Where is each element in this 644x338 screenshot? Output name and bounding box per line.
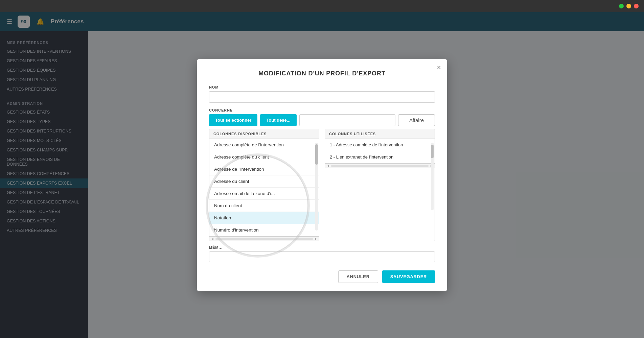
- col-item-7[interactable]: Numéro d'intervention: [209, 224, 319, 236]
- modal-title: MODIFICATION D'UN PROFIL D'EXPORT: [209, 70, 435, 77]
- used-columns-panel: COLONNES UTILISÉES 1 - Adresse complète …: [325, 129, 435, 241]
- used-columns-list: 1 - Adresse complète de l'intervention 2…: [325, 139, 435, 163]
- hscrollbar: ◄ ►: [209, 236, 319, 241]
- col-item-3[interactable]: Adresse du client: [209, 175, 319, 188]
- memo-label: Mém...: [209, 245, 435, 249]
- col-item-4[interactable]: Adresse email de la zone d'i...: [209, 188, 319, 200]
- annuler-button[interactable]: ANNULER: [338, 270, 378, 283]
- available-columns-list: Adresse complète de l'intervention Adres…: [209, 139, 319, 236]
- col-item-2[interactable]: Adresse de l'intervention: [209, 163, 319, 175]
- nom-input[interactable]: [209, 91, 435, 103]
- concerne-label: CONCERNE: [209, 108, 435, 112]
- modal-close-button[interactable]: ×: [437, 64, 441, 71]
- scrollbar-track: [315, 143, 318, 231]
- used-col-item-1[interactable]: 2 - Lien extranet de l'intervention: [325, 151, 435, 163]
- used-col-item-0[interactable]: 1 - Adresse complète de l'intervention: [325, 139, 435, 151]
- used-columns-header: COLONNES UTILISÉES: [325, 129, 435, 139]
- btn-row: Tout sélectionner Tout dése... Affaire: [209, 114, 435, 126]
- used-scrollbar-thumb[interactable]: [431, 145, 434, 158]
- used-scrollbar-track: [431, 143, 434, 210]
- columns-section: COLONNES DISPONIBLES Adresse complète de…: [209, 129, 435, 241]
- minimize-btn[interactable]: [626, 4, 631, 8]
- concerne-input[interactable]: [299, 114, 395, 126]
- close-btn[interactable]: [634, 4, 639, 8]
- nom-label: NOM: [209, 85, 435, 89]
- deselect-all-button[interactable]: Tout dése...: [260, 114, 296, 126]
- modal-overlay: × MODIFICATION D'UN PROFIL D'EXPORT NOM …: [0, 12, 644, 338]
- col-item-0[interactable]: Adresse complète de l'intervention: [209, 139, 319, 151]
- used-hscrollbar: ◄ ►: [325, 163, 435, 168]
- select-all-button[interactable]: Tout sélectionner: [209, 114, 257, 126]
- title-bar: [0, 0, 644, 12]
- available-columns-panel: COLONNES DISPONIBLES Adresse complète de…: [209, 129, 319, 241]
- maximize-btn[interactable]: [619, 4, 624, 8]
- col-item-5[interactable]: Nom du client: [209, 200, 319, 212]
- sauvegarder-button[interactable]: SAUVEGARDER: [382, 270, 435, 283]
- memo-section: Mém...: [209, 245, 435, 262]
- modal-dialog: × MODIFICATION D'UN PROFIL D'EXPORT NOM …: [197, 59, 447, 291]
- affaire-button[interactable]: Affaire: [398, 114, 435, 126]
- memo-input[interactable]: [209, 251, 435, 262]
- col-item-1[interactable]: Adresse complète du client: [209, 151, 319, 163]
- modal-footer: ANNULER SAUVEGARDER: [209, 270, 435, 283]
- col-item-6[interactable]: Notation: [209, 212, 319, 224]
- scrollbar-thumb[interactable]: [315, 144, 318, 165]
- available-columns-header: COLONNES DISPONIBLES: [209, 129, 319, 139]
